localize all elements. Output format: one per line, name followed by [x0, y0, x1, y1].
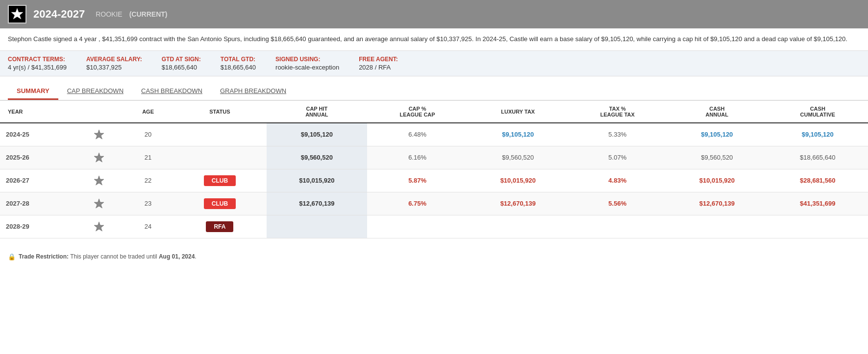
contract-years: 2024-2027 — [33, 8, 85, 21]
cell-tax-pct: 5.07% — [568, 146, 667, 169]
cell-cash-annual: $9,560,520 — [667, 146, 767, 169]
cell-tax-pct: 5.56% — [568, 192, 667, 215]
cell-age: 20 — [123, 123, 173, 146]
svg-marker-1 — [94, 130, 104, 139]
cell-logo — [75, 123, 123, 146]
trade-restriction: 🔒 Trade Restriction: This player cannot … — [0, 248, 868, 265]
col-cap-pct: CAP %LEAGUE CAP — [367, 101, 468, 123]
contract-terms-bar: CONTRACT TERMS:4 yr(s) / $41,351,699AVER… — [0, 51, 868, 76]
status-badge-club: CLUB — [204, 198, 236, 209]
cell-status: CLUB — [173, 169, 267, 192]
cell-luxury-tax — [468, 215, 568, 238]
status-badge-club: CLUB — [204, 175, 236, 186]
contract-type-badge: ROOKIE — [96, 10, 122, 18]
cell-cap-pct — [367, 215, 468, 238]
tab-summary[interactable]: SUMMARY — [8, 83, 58, 100]
table-row: 2027-28 23 CLUB $12,670,139 6.75% $12,67… — [0, 192, 868, 215]
term-value: rookie-scale-exception — [275, 64, 339, 71]
cell-year: 2028-29 — [0, 215, 75, 238]
cell-year: 2024-25 — [0, 123, 75, 146]
term-value: 2028 / RFA — [359, 64, 398, 71]
cell-luxury-tax: $10,015,920 — [468, 169, 568, 192]
cell-age: 23 — [123, 192, 173, 215]
cell-tax-pct: 5.33% — [568, 123, 667, 146]
term-block: CONTRACT TERMS:4 yr(s) / $41,351,699 — [8, 56, 67, 71]
col-logo — [75, 101, 123, 123]
col-cap-hit: CAP HITANNUAL — [267, 101, 367, 123]
cell-age: 24 — [123, 215, 173, 238]
contract-current-label: (CURRENT) — [129, 10, 168, 18]
term-block: AVERAGE SALARY:$10,337,925 — [86, 56, 142, 71]
cell-status: CLUB — [173, 192, 267, 215]
term-block: SIGNED USING:rookie-scale-exception — [275, 56, 339, 71]
cell-cap-pct: 5.87% — [367, 169, 468, 192]
col-status: STATUS — [173, 101, 267, 123]
tab-graph-breakdown[interactable]: GRAPH BREAKDOWN — [211, 83, 295, 100]
cell-logo — [75, 169, 123, 192]
salary-table-wrap: YEAR AGE STATUS CAP HITANNUAL CAP %LEAGU… — [0, 101, 868, 248]
cell-cap-hit: $9,105,120 — [267, 123, 367, 146]
cell-logo — [75, 215, 123, 238]
term-value: 4 yr(s) / $41,351,699 — [8, 64, 67, 71]
cell-cash-annual: $10,015,920 — [667, 169, 767, 192]
cell-logo — [75, 192, 123, 215]
svg-marker-5 — [94, 222, 104, 231]
cell-cap-hit: $9,560,520 — [267, 146, 367, 169]
col-luxury-tax: LUXURY TAX — [468, 101, 568, 123]
cell-cap-hit: $10,015,920 — [267, 169, 367, 192]
cell-luxury-tax: $12,670,139 — [468, 192, 568, 215]
term-value: $10,337,925 — [86, 64, 142, 71]
cell-age: 22 — [123, 169, 173, 192]
cell-luxury-tax: $9,105,120 — [468, 123, 568, 146]
lock-icon: 🔒 — [8, 253, 16, 260]
cell-cap-hit — [267, 215, 367, 238]
cell-cap-pct: 6.16% — [367, 146, 468, 169]
table-body: 2024-25 20 $9,105,120 6.48% $9,105,120 5… — [0, 123, 868, 238]
term-label: TOTAL GTD: — [221, 56, 256, 63]
cell-cash-cumulative — [768, 215, 868, 238]
tab-cash-breakdown[interactable]: CASH BREAKDOWN — [132, 83, 211, 100]
col-cash-cumulative: CASHCUMULATIVE — [768, 101, 868, 123]
svg-marker-2 — [94, 153, 104, 162]
table-row: 2024-25 20 $9,105,120 6.48% $9,105,120 5… — [0, 123, 868, 146]
term-label: SIGNED USING: — [275, 56, 339, 63]
term-block: GTD AT SIGN:$18,665,640 — [162, 56, 201, 71]
breakdown-tabs: SUMMARYCAP BREAKDOWNCASH BREAKDOWNGRAPH … — [0, 76, 868, 101]
salary-table: YEAR AGE STATUS CAP HITANNUAL CAP %LEAGU… — [0, 101, 868, 238]
svg-marker-3 — [94, 176, 104, 185]
cell-cap-hit: $12,670,139 — [267, 192, 367, 215]
table-row: 2028-29 24 RFA — [0, 215, 868, 238]
svg-marker-4 — [94, 199, 104, 208]
term-value: $18,665,640 — [162, 64, 201, 71]
cell-year: 2027-28 — [0, 192, 75, 215]
tab-cap-breakdown[interactable]: CAP BREAKDOWN — [58, 83, 132, 100]
cell-status: RFA — [173, 215, 267, 238]
contract-header: 2024-2027 ROOKIE (CURRENT) — [0, 0, 868, 28]
col-age: AGE — [123, 101, 173, 123]
cell-cap-pct: 6.48% — [367, 123, 468, 146]
cell-status — [173, 123, 267, 146]
table-row: 2026-27 22 CLUB $10,015,920 5.87% $10,01… — [0, 169, 868, 192]
cell-cash-annual: $12,670,139 — [667, 192, 767, 215]
col-tax-pct: TAX %LEAGUE TAX — [568, 101, 667, 123]
cell-cash-annual — [667, 215, 767, 238]
cell-age: 21 — [123, 146, 173, 169]
cell-luxury-tax: $9,560,520 — [468, 146, 568, 169]
term-label: FREE AGENT: — [359, 56, 398, 63]
trade-restriction-text: Trade Restriction: This player cannot be… — [19, 253, 197, 260]
col-cash-annual: CASHANNUAL — [667, 101, 767, 123]
cell-cash-cumulative: $9,105,120 — [768, 123, 868, 146]
term-label: CONTRACT TERMS: — [8, 56, 67, 63]
cell-status — [173, 146, 267, 169]
team-logo — [8, 5, 26, 24]
cell-year: 2026-27 — [0, 169, 75, 192]
cell-logo — [75, 146, 123, 169]
cell-cash-cumulative: $41,351,699 — [768, 192, 868, 215]
cell-cap-pct: 6.75% — [367, 192, 468, 215]
term-value: $18,665,640 — [221, 64, 256, 71]
term-label: GTD AT SIGN: — [162, 56, 201, 63]
svg-marker-0 — [11, 8, 23, 19]
col-year: YEAR — [0, 101, 75, 123]
table-header: YEAR AGE STATUS CAP HITANNUAL CAP %LEAGU… — [0, 101, 868, 123]
term-block: FREE AGENT:2028 / RFA — [359, 56, 398, 71]
